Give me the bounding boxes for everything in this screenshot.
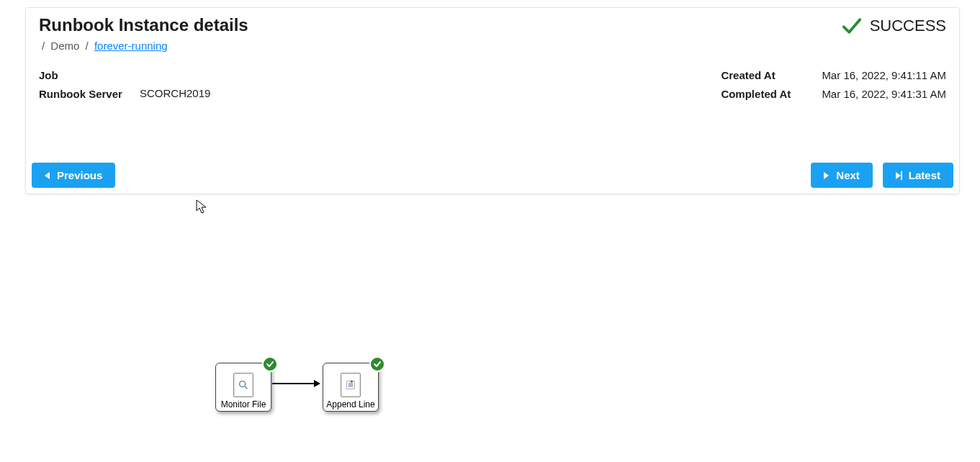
- created-value: Mar 16, 2022, 9:41:11 AM: [822, 69, 946, 82]
- server-value: SCORCH2019: [140, 87, 210, 101]
- server-label: Runbook Server: [39, 87, 125, 101]
- activity-label: Append Line: [326, 400, 374, 409]
- status-label: SUCCESS: [870, 17, 946, 35]
- previous-button[interactable]: Previous: [32, 163, 115, 188]
- completed-value: Mar 16, 2022, 9:41:31 AM: [822, 88, 946, 101]
- activity-label: Monitor File: [221, 400, 266, 409]
- job-label: Job: [39, 69, 125, 81]
- latest-button-label: Latest: [909, 169, 940, 181]
- breadcrumb: / Demo / forever-running: [39, 40, 248, 52]
- next-button[interactable]: Next: [811, 163, 873, 188]
- file-append-icon: [341, 373, 361, 397]
- title-block: Runbook Instance details / Demo / foreve…: [39, 15, 248, 52]
- status-success-icon: [262, 356, 278, 372]
- triangle-right-icon: [824, 172, 829, 179]
- svg-point-0: [240, 381, 246, 387]
- status-block: SUCCESS: [841, 15, 946, 37]
- created-label: Created At: [721, 69, 807, 82]
- left-details: Job Runbook Server SCORCH2019: [39, 69, 210, 101]
- connector-arrow: [272, 383, 320, 384]
- details-card: Runbook Instance details / Demo / foreve…: [25, 7, 960, 194]
- latest-button[interactable]: Latest: [883, 163, 953, 188]
- card-header: Runbook Instance details / Demo / foreve…: [39, 15, 946, 52]
- previous-button-label: Previous: [57, 169, 102, 181]
- triangle-left-icon: [45, 172, 50, 179]
- breadcrumb-segment-demo: Demo: [50, 40, 79, 52]
- workflow-diagram: Monitor File Append Line: [0, 194, 980, 462]
- activity-append-line[interactable]: Append Line: [323, 363, 379, 412]
- skip-end-icon: [896, 171, 902, 180]
- next-button-label: Next: [836, 169, 860, 181]
- job-value: [140, 69, 210, 81]
- success-check-icon: [841, 15, 863, 37]
- right-details: Created At Mar 16, 2022, 9:41:11 AM Comp…: [721, 69, 946, 101]
- status-success-icon: [369, 356, 385, 372]
- nav-right: Next Latest: [811, 163, 953, 188]
- page-title: Runbook Instance details: [39, 15, 248, 35]
- completed-label: Completed At: [721, 88, 807, 101]
- breadcrumb-link-forever-running[interactable]: forever-running: [94, 40, 168, 52]
- breadcrumb-sep: /: [86, 40, 89, 52]
- svg-line-1: [245, 386, 247, 389]
- breadcrumb-sep: /: [42, 40, 45, 52]
- activity-monitor-file[interactable]: Monitor File: [215, 363, 271, 412]
- nav-row: Previous Next Latest: [32, 163, 953, 188]
- details-row: Job Runbook Server SCORCH2019 Created At…: [39, 69, 946, 101]
- file-monitor-icon: [233, 373, 253, 397]
